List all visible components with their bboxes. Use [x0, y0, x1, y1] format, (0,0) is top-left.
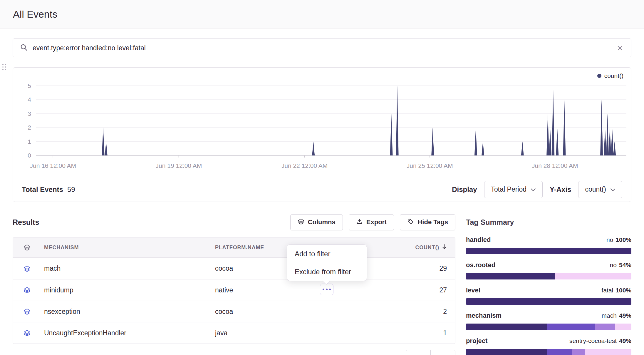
- tag-top-value: no: [606, 236, 613, 243]
- tag-top-pct: 100%: [616, 287, 631, 294]
- page-title: All Events: [13, 9, 57, 20]
- tag-block-level: level fatal 100%: [466, 287, 631, 305]
- yaxis-label: Y-Axis: [550, 185, 571, 194]
- svg-text:Jun 28 12:00 AM: Jun 28 12:00 AM: [532, 162, 578, 169]
- tag-summary-heading: Tag Summary: [466, 214, 631, 231]
- tag-top-value: mach: [602, 312, 617, 319]
- cell-platform: cocoa: [215, 308, 385, 316]
- table-row: mach cocoa 29: [13, 258, 455, 279]
- stacked-events-icon: [13, 287, 41, 294]
- cell-count: 2: [385, 308, 455, 316]
- tag-top-value: sentry-cocoa-test: [569, 337, 617, 344]
- stacked-events-icon: [13, 308, 41, 315]
- clear-search-icon[interactable]: ×: [616, 43, 624, 53]
- cell-count: 1: [385, 329, 455, 337]
- results-table-wrap: MECHANISM PLATFORM.NAME COUNT() mach coc…: [13, 237, 455, 344]
- columns-button-label: Columns: [308, 218, 336, 226]
- chevron-down-icon: [531, 185, 536, 193]
- tag-distribution-bar[interactable]: [466, 273, 631, 279]
- search-icon: [20, 43, 28, 53]
- cell-platform: native: [215, 286, 385, 294]
- chart-footer: Total Events 59 Display Total Period Y-A…: [13, 177, 631, 202]
- stacked-events-icon: [13, 265, 41, 272]
- pagination: [13, 350, 455, 355]
- layers-icon: [13, 244, 41, 251]
- cell-mechanism: minidump: [41, 286, 215, 294]
- export-button[interactable]: Export: [349, 214, 394, 230]
- column-header-mechanism[interactable]: MECHANISM: [41, 245, 215, 251]
- table-header-row: MECHANISM PLATFORM.NAME COUNT(): [13, 237, 455, 258]
- table-row: minidump native 27: [13, 279, 455, 301]
- yaxis-dropdown[interactable]: count(): [578, 181, 622, 198]
- table-row: UncaughtExceptionHandler java 1: [13, 322, 455, 344]
- cell-mechanism: nsexception: [41, 308, 215, 316]
- hide-tags-button[interactable]: Hide Tags: [400, 214, 455, 230]
- next-page-button[interactable]: [430, 350, 455, 355]
- svg-text:Jun 22 12:00 AM: Jun 22 12:00 AM: [281, 162, 328, 169]
- tag-summary: Tag Summary handled no 100% os.rooted no: [466, 202, 631, 355]
- svg-text:Jun 16 12:00 AM: Jun 16 12:00 AM: [30, 162, 76, 169]
- tag-top-pct: 100%: [616, 236, 631, 243]
- svg-text:Jun 19 12:00 AM: Jun 19 12:00 AM: [156, 162, 202, 169]
- sort-desc-icon: [442, 244, 447, 251]
- cell-platform: java: [215, 329, 385, 337]
- tag-name: mechanism: [466, 312, 502, 319]
- cell-mechanism: UncaughtExceptionHandler: [41, 329, 215, 337]
- display-dropdown[interactable]: Total Period: [484, 181, 543, 198]
- legend-series-dot: [597, 74, 601, 78]
- context-menu: Add to filter Exclude from filter: [287, 245, 367, 281]
- column-header-count[interactable]: COUNT(): [385, 244, 455, 251]
- stacked-events-icon: [13, 329, 41, 336]
- tag-name: level: [466, 287, 480, 294]
- chart-legend[interactable]: count(): [597, 72, 623, 79]
- chart-canvas: 012345Jun 16 12:00 AMJun 19 12:00 AMJun …: [13, 68, 631, 177]
- page-header: All Events: [0, 0, 644, 29]
- tag-name: os.rooted: [466, 261, 495, 269]
- chevron-down-icon: [610, 185, 616, 193]
- menu-item-exclude-from-filter[interactable]: Exclude from filter: [287, 263, 367, 281]
- row-actions-button[interactable]: [320, 284, 333, 295]
- total-events-label: Total Events: [22, 185, 63, 194]
- tag-distribution-bar[interactable]: [466, 248, 631, 254]
- tag-block-os-rooted: os.rooted no 54%: [466, 261, 631, 279]
- total-events-value: 59: [67, 185, 75, 194]
- search-bar[interactable]: event.type:error handled:no level:fatal …: [13, 38, 631, 57]
- count-header-label: COUNT(): [415, 245, 439, 251]
- tag-name: project: [466, 337, 487, 345]
- svg-text:0: 0: [28, 152, 31, 159]
- menu-item-add-to-filter[interactable]: Add to filter: [287, 245, 367, 263]
- tag-top-pct: 49%: [619, 312, 631, 319]
- search-row: event.type:error handled:no level:fatal …: [0, 29, 644, 57]
- cell-count: 29: [385, 264, 455, 272]
- tag-distribution-bar[interactable]: [466, 298, 631, 305]
- layers-icon: [298, 218, 304, 227]
- tag-top-pct: 49%: [619, 337, 631, 344]
- display-label: Display: [452, 185, 477, 194]
- download-icon: [356, 218, 363, 227]
- tag-name: handled: [466, 236, 491, 244]
- hide-tags-button-label: Hide Tags: [417, 218, 448, 226]
- cell-count: 27: [385, 286, 455, 294]
- cell-mechanism: mach: [41, 264, 215, 272]
- tag-distribution-bar[interactable]: [466, 349, 631, 355]
- svg-text:Jun 25 12:00 AM: Jun 25 12:00 AM: [407, 162, 453, 169]
- yaxis-dropdown-value: count(): [585, 185, 606, 193]
- search-input[interactable]: event.type:error handled:no level:fatal: [33, 44, 611, 52]
- table-row: nsexception cocoa 2: [13, 301, 455, 322]
- tag-block-handled: handled no 100%: [466, 236, 631, 254]
- svg-text:3: 3: [28, 110, 31, 117]
- tag-top-value: fatal: [602, 287, 613, 294]
- legend-series-label: count(): [604, 72, 623, 79]
- tag-distribution-bar[interactable]: [466, 324, 631, 330]
- tag-top-pct: 54%: [619, 262, 631, 269]
- tag-top-value: no: [610, 262, 617, 269]
- columns-button[interactable]: Columns: [290, 214, 343, 230]
- prev-page-button[interactable]: [406, 350, 431, 355]
- results-table: MECHANISM PLATFORM.NAME COUNT() mach coc…: [13, 237, 455, 344]
- events-chart-panel: 012345Jun 16 12:00 AMJun 19 12:00 AMJun …: [13, 67, 631, 202]
- drag-handle-icon[interactable]: [2, 64, 6, 70]
- events-chart: 012345Jun 16 12:00 AMJun 19 12:00 AMJun …: [13, 68, 631, 177]
- svg-text:1: 1: [28, 138, 31, 145]
- results-heading: Results: [13, 218, 39, 227]
- svg-text:2: 2: [28, 124, 31, 131]
